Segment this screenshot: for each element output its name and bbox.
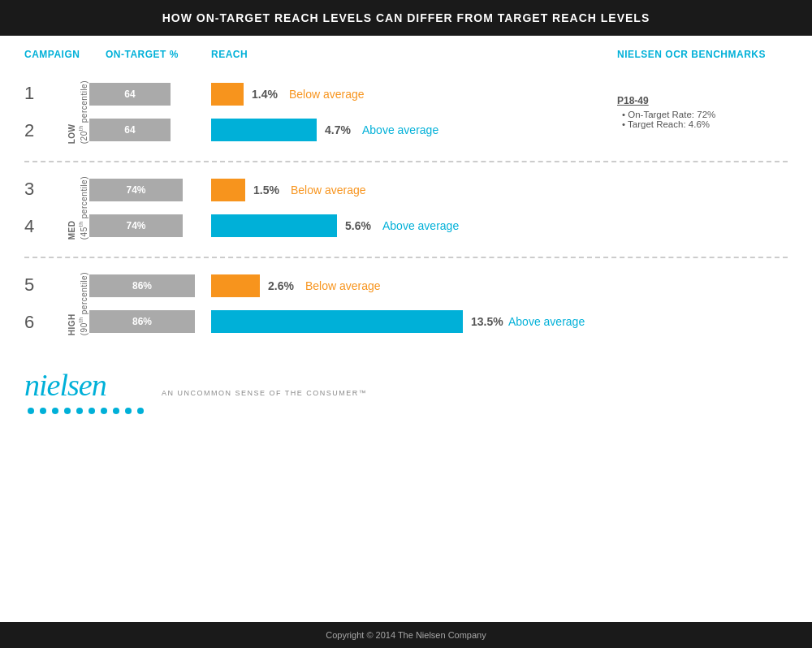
col-header-campaign: CAMPAIGN <box>24 49 89 60</box>
data-row: 86%13.5%Above average <box>89 304 617 339</box>
data-row: 74%5.6%Above average <box>89 208 617 244</box>
nielsen-dot <box>52 408 58 414</box>
footer-bar: Copyright © 2014 The Nielsen Company <box>0 622 812 648</box>
gray-bar-container: 64 <box>89 83 195 106</box>
section-low: 12LOW(20th percentile)641.4%Below averag… <box>24 67 788 162</box>
row-num-5: 5 <box>24 266 67 304</box>
gray-bar: 64 <box>89 83 171 106</box>
nielsen-dot <box>125 408 132 414</box>
col-header-reach: REACH <box>195 49 617 60</box>
gray-bar-container: 86% <box>89 274 195 297</box>
reach-label-below: Below average <box>289 88 365 101</box>
benchmark-item-0: • On-Target Rate: 72% <box>622 110 788 119</box>
data-row: 641.4%Below average <box>89 76 617 112</box>
row-num-4: 4 <box>24 208 67 245</box>
reach-label-above: Above average <box>362 123 438 136</box>
col-header-ontarget: ON-TARGET % <box>89 49 195 60</box>
copyright: Copyright © 2014 The Nielsen Company <box>326 630 486 640</box>
color-bar-orange <box>211 274 260 297</box>
nielsen-dot <box>64 408 71 414</box>
main-content: CAMPAIGN ON-TARGET % REACH NIELSEN OCR B… <box>0 36 812 352</box>
nielsen-dots <box>26 406 145 416</box>
reach-section: 5.6%Above average <box>195 214 617 237</box>
reach-value: 13.5% <box>471 315 503 328</box>
num-col: 12 <box>24 75 67 149</box>
gray-bar: 86% <box>89 310 195 333</box>
reach-label-above: Above average <box>508 315 585 328</box>
chart-area: CAMPAIGN ON-TARGET % REACH NIELSEN OCR B… <box>24 36 788 352</box>
data-row: 644.7%Above average <box>89 112 617 148</box>
header-title: HOW ON-TARGET REACH LEVELS CAN DIFFER FR… <box>162 11 650 24</box>
row-num-2: 2 <box>24 112 67 149</box>
level-label-col: HIGH(90th percentile) <box>67 272 89 335</box>
data-row: 74%1.5%Below average <box>89 172 617 208</box>
data-row: 86%2.6%Below average <box>89 268 617 304</box>
color-bar-orange <box>211 179 245 201</box>
gray-bar: 74% <box>89 214 183 237</box>
benchmark-col: P18-49• On-Target Rate: 72%• Target Reac… <box>617 95 788 129</box>
row-num-6: 6 <box>24 304 67 341</box>
reach-section: 1.4%Below average <box>195 83 617 106</box>
section-med: 34MED(45th percentile)74%1.5%Below avera… <box>24 162 788 258</box>
gray-bar: 64 <box>89 119 171 141</box>
reach-label-below: Below average <box>305 279 381 292</box>
reach-label-below: Below average <box>291 184 366 197</box>
color-bar-blue <box>211 310 463 333</box>
rows-area: 86%2.6%Below average86%13.5%Above averag… <box>89 268 617 339</box>
color-bar-blue <box>211 214 337 237</box>
reach-section: 1.5%Below average <box>195 179 617 201</box>
gray-bar-container: 86% <box>89 310 195 333</box>
benchmark-item-1: • Target Reach: 4.6% <box>622 119 788 129</box>
row-num-3: 3 <box>24 171 67 208</box>
level-text: MED(45th percentile) <box>67 176 89 240</box>
gray-bar: 86% <box>89 274 195 297</box>
color-bar-orange <box>211 83 244 106</box>
level-label-col: MED(45th percentile) <box>67 176 89 240</box>
nielsen-dot <box>89 408 95 414</box>
column-headers: CAMPAIGN ON-TARGET % REACH NIELSEN OCR B… <box>24 36 788 67</box>
num-col: 34 <box>24 171 67 245</box>
sections-container: 12LOW(20th percentile)641.4%Below averag… <box>24 67 788 352</box>
reach-label-above: Above average <box>382 219 459 232</box>
nielsen-dot <box>113 408 119 414</box>
tagline: AN UNCOMMON SENSE OF THE CONSUMER™ <box>162 389 367 397</box>
reach-value: 4.7% <box>325 123 357 136</box>
gray-bar-container: 74% <box>89 214 195 237</box>
nielsen-dot <box>28 408 34 414</box>
level-text: LOW(20th percentile) <box>67 80 89 144</box>
nielsen-dot <box>40 408 46 414</box>
col-header-benchmarks: NIELSEN OCR BENCHMARKS <box>617 49 788 60</box>
num-col: 56 <box>24 266 67 341</box>
reach-value: 2.6% <box>268 279 300 292</box>
gray-bar-container: 74% <box>89 179 195 201</box>
reach-value: 1.4% <box>252 88 284 101</box>
level-label-col: LOW(20th percentile) <box>67 80 89 144</box>
benchmark-title: P18-49 <box>617 95 788 106</box>
reach-section: 13.5%Above average <box>195 310 617 333</box>
nielsen-dot <box>101 408 107 414</box>
footer-branding: nielsen AN UNCOMMON SENSE OF THE CONSUME… <box>0 352 812 424</box>
section-high: 56HIGH(90th percentile)86%2.6%Below aver… <box>24 258 788 352</box>
nielsen-logo: nielsen <box>24 367 106 403</box>
row-num-1: 1 <box>24 75 67 112</box>
rows-area: 641.4%Below average644.7%Above average <box>89 76 617 148</box>
reach-value: 5.6% <box>345 219 378 232</box>
nielsen-dot <box>76 408 83 414</box>
gray-bar: 74% <box>89 179 183 201</box>
rows-area: 74%1.5%Below average74%5.6%Above average <box>89 172 617 244</box>
reach-section: 4.7%Above average <box>195 119 617 141</box>
reach-value: 1.5% <box>253 184 286 197</box>
level-text: HIGH(90th percentile) <box>67 272 89 335</box>
nielsen-dot <box>137 408 144 414</box>
gray-bar-container: 64 <box>89 119 195 141</box>
page-header: HOW ON-TARGET REACH LEVELS CAN DIFFER FR… <box>0 0 812 36</box>
reach-section: 2.6%Below average <box>195 274 617 297</box>
color-bar-blue <box>211 119 317 141</box>
logo-area: nielsen <box>24 367 145 416</box>
